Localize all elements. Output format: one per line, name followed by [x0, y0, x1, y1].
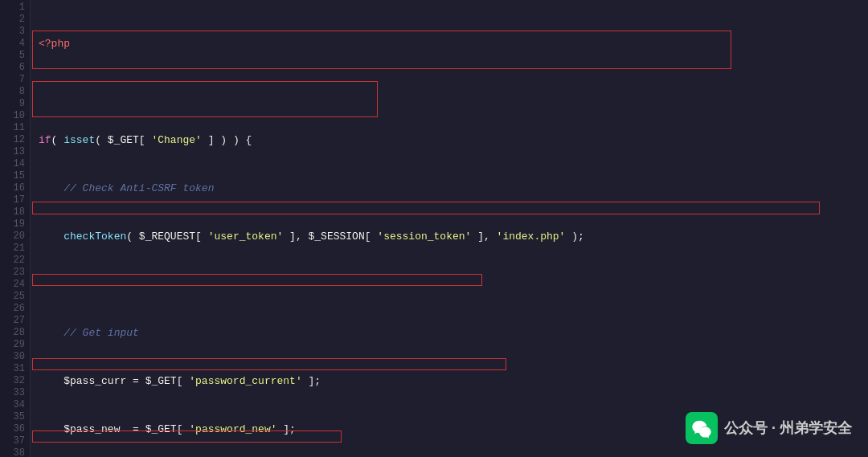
code-content: <?php if( isset( $_GET[ 'Change' ] ) ) {…	[32, 0, 868, 457]
code-line-1: <?php	[39, 38, 862, 50]
code-editor: 1 2 3 4 5 6 7 8 9 10 11 12 13 14 15 16 1…	[0, 0, 868, 457]
code-line-7: // Get input	[39, 327, 862, 339]
wechat-icon	[686, 412, 718, 444]
watermark-label: 公众号 · 州弟学安全	[724, 418, 852, 438]
watermark: 公众号 · 州弟学安全	[686, 412, 852, 444]
line-numbers: 1 2 3 4 5 6 7 8 9 10 11 12 13 14 15 16 1…	[0, 0, 31, 457]
code-line-2	[39, 86, 862, 98]
code-line-4: // Check Anti-CSRF token	[39, 182, 862, 194]
code-line-6	[39, 279, 862, 291]
code-line-8: $pass_curr = $_GET[ 'password_current' ]…	[39, 375, 862, 387]
code-line-5: checkToken( $_REQUEST[ 'user_token' ], $…	[39, 231, 862, 243]
code-line-3: if( isset( $_GET[ 'Change' ] ) ) {	[39, 134, 862, 146]
